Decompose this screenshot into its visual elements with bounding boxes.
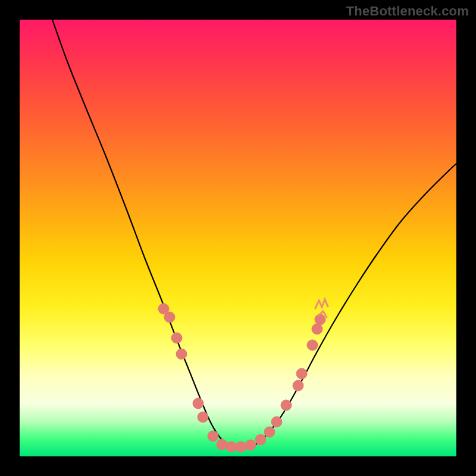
data-dot <box>176 349 187 359</box>
plot-area <box>20 20 456 456</box>
data-dot <box>226 441 237 452</box>
data-dot <box>264 427 275 437</box>
data-dot <box>208 431 218 441</box>
data-dot <box>217 439 227 450</box>
data-dot <box>293 380 303 391</box>
data-dot <box>193 398 203 409</box>
watermark-text: TheBottleneck.com <box>346 4 469 19</box>
data-dot <box>255 434 266 445</box>
flame-stroke <box>315 299 328 308</box>
data-dot <box>198 412 208 422</box>
bottleneck-curve <box>52 20 456 449</box>
data-dot <box>312 324 322 334</box>
data-dot <box>315 314 325 325</box>
data-dot <box>245 440 256 450</box>
data-dot <box>164 312 175 322</box>
data-dot <box>236 441 246 452</box>
chart-frame: TheBottleneck.com <box>0 0 476 476</box>
data-dot <box>171 333 182 343</box>
data-dots <box>158 303 325 452</box>
data-dot <box>296 368 307 379</box>
data-dot <box>271 416 282 427</box>
data-dot <box>307 340 318 350</box>
curve-layer <box>20 20 456 456</box>
data-dot <box>281 400 292 411</box>
